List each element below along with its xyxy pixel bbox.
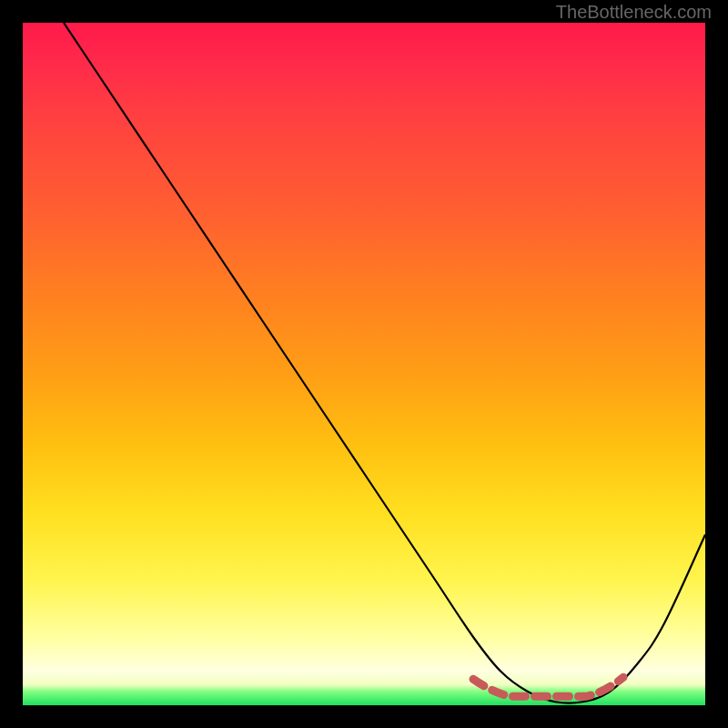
bottleneck-curve <box>64 23 705 703</box>
chart-svg <box>23 23 705 705</box>
attribution-label: TheBottleneck.com <box>556 2 712 23</box>
plot-area <box>23 23 705 705</box>
optimal-region-marker <box>473 677 623 696</box>
